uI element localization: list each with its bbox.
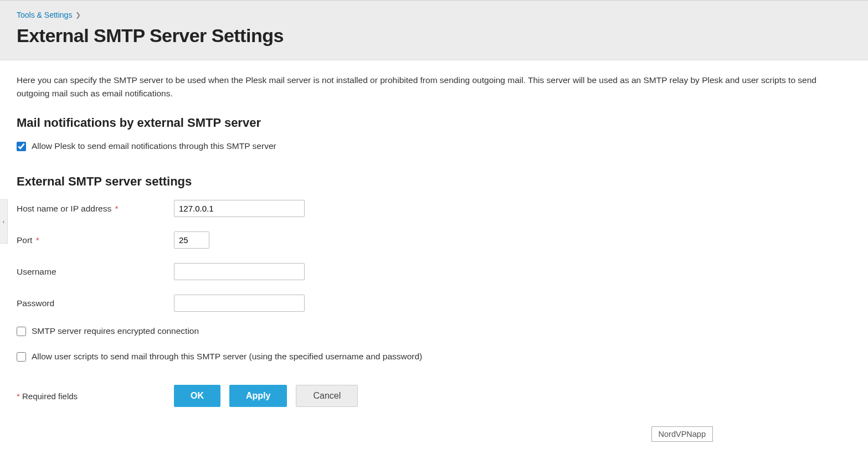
password-label: Password: [17, 298, 174, 308]
allow-notifications-label[interactable]: Allow Plesk to send email notifications …: [32, 141, 276, 151]
allow-notifications-checkbox[interactable]: [17, 142, 26, 151]
password-input[interactable]: [174, 295, 305, 312]
host-label: Host name or IP address *: [17, 204, 174, 214]
chevron-left-icon: ‹: [3, 218, 5, 225]
chevron-right-icon: ❯: [75, 11, 81, 19]
page-description: Here you can specify the SMTP server to …: [17, 74, 851, 100]
username-input[interactable]: [174, 263, 305, 280]
port-label: Port *: [17, 235, 174, 245]
cancel-button[interactable]: Cancel: [296, 385, 358, 407]
user-scripts-label[interactable]: Allow user scripts to send mail through …: [32, 352, 422, 362]
section-title-notifications: Mail notifications by external SMTP serv…: [17, 116, 851, 130]
section-title-smtp: External SMTP server settings: [17, 174, 851, 189]
username-label: Username: [17, 267, 174, 277]
breadcrumb-parent-link[interactable]: Tools & Settings: [17, 11, 72, 19]
required-star-icon: *: [36, 235, 39, 245]
encrypted-connection-label[interactable]: SMTP server requires encrypted connectio…: [32, 326, 199, 336]
port-input[interactable]: [174, 231, 209, 249]
user-scripts-checkbox[interactable]: [17, 352, 26, 362]
apply-button[interactable]: Apply: [229, 385, 287, 407]
sidebar-expand-handle[interactable]: ‹: [0, 199, 8, 244]
breadcrumb: Tools & Settings ❯: [17, 11, 851, 19]
encrypted-connection-checkbox[interactable]: [17, 327, 26, 336]
required-star-icon: *: [115, 204, 118, 213]
required-fields-note: * Required fields: [17, 391, 174, 401]
host-input[interactable]: [174, 200, 305, 217]
ok-button[interactable]: OK: [174, 385, 220, 407]
page-title: External SMTP Server Settings: [17, 25, 851, 47]
